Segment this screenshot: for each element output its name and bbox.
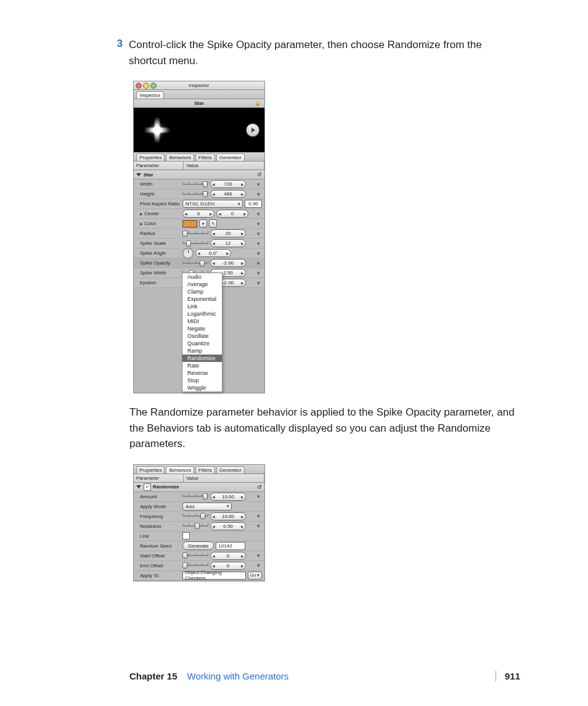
tab-behaviors[interactable]: Behaviors bbox=[166, 466, 194, 474]
context-menu[interactable]: Audio Average Clamp Exponential Link Log… bbox=[182, 273, 223, 392]
param-menu-icon[interactable]: ▾ bbox=[255, 279, 262, 286]
eyedropper-icon[interactable]: ✎ bbox=[209, 220, 217, 228]
lock-icon[interactable]: 🔒 bbox=[255, 101, 261, 106]
spikeopacity-slider[interactable] bbox=[182, 260, 208, 266]
param-randomseed-label: Random Seed bbox=[136, 543, 181, 549]
startoffset-field[interactable]: 0 bbox=[210, 552, 246, 560]
menu-item-average[interactable]: Average bbox=[182, 281, 222, 288]
footer-page: 911 bbox=[505, 671, 520, 681]
amount-field[interactable]: 10.00 bbox=[210, 493, 246, 501]
noisiness-slider[interactable] bbox=[182, 523, 208, 529]
param-spikeangle-label: Spike Angle bbox=[136, 250, 181, 256]
width-field[interactable]: 720 bbox=[210, 180, 246, 188]
param-menu-icon[interactable]: ▾ bbox=[255, 230, 262, 237]
tab-behaviors[interactable]: Behaviors bbox=[166, 154, 194, 161]
tab-generator[interactable]: Generator bbox=[216, 466, 245, 474]
param-menu-icon[interactable]: ▾ bbox=[255, 513, 262, 520]
menu-item-audio[interactable]: Audio bbox=[182, 273, 222, 281]
menu-item-quantize[interactable]: Quantize bbox=[182, 340, 222, 347]
menu-item-wriggle[interactable]: Wriggle bbox=[182, 384, 222, 392]
param-menu-icon[interactable]: ▾ bbox=[255, 181, 262, 187]
menu-item-negate[interactable]: Negate bbox=[182, 325, 222, 332]
close-icon[interactable] bbox=[136, 83, 142, 89]
menu-item-oscillate[interactable]: Oscillate bbox=[182, 332, 222, 340]
tab-properties[interactable]: Properties bbox=[136, 466, 165, 474]
spikeopacity-field[interactable]: -2.00 bbox=[210, 259, 246, 267]
reset-icon[interactable]: ↺ bbox=[257, 171, 262, 178]
param-menu-icon[interactable]: ▾ bbox=[255, 220, 262, 227]
menu-item-stop[interactable]: Stop bbox=[182, 377, 222, 384]
color-well[interactable] bbox=[182, 220, 197, 228]
minimize-icon[interactable] bbox=[143, 83, 149, 89]
menu-item-clamp[interactable]: Clamp bbox=[182, 288, 222, 295]
play-button[interactable] bbox=[246, 123, 259, 137]
spikescale-field[interactable]: 12 bbox=[210, 239, 246, 247]
group-star[interactable]: Star ↺ bbox=[134, 170, 264, 179]
menu-item-link[interactable]: Link bbox=[182, 303, 222, 310]
menu-item-rate[interactable]: Rate bbox=[182, 362, 222, 369]
par-dropdown[interactable]: NTSC D1/DV bbox=[182, 200, 243, 208]
reset-icon[interactable]: ↺ bbox=[257, 484, 262, 490]
tab-inspector[interactable]: Inspector bbox=[136, 91, 164, 99]
center-x-field[interactable]: 0 bbox=[182, 210, 214, 218]
radius-field[interactable]: 20 bbox=[210, 229, 246, 237]
spikescale-slider[interactable] bbox=[182, 240, 208, 247]
noisiness-field[interactable]: 0.50 bbox=[210, 522, 246, 530]
par-ratio-field[interactable]: 0.90 bbox=[245, 200, 262, 208]
param-menu-icon[interactable]: ▾ bbox=[255, 260, 262, 266]
param-applyto-label: Apply To bbox=[136, 573, 181, 578]
link-checkbox[interactable] bbox=[182, 532, 190, 540]
param-menu-icon[interactable]: ▾ bbox=[255, 250, 262, 257]
param-menu-icon[interactable]: ▾ bbox=[255, 269, 262, 276]
tab-generator[interactable]: Generator bbox=[216, 154, 245, 161]
tab-filters[interactable]: Filters bbox=[195, 466, 215, 474]
amount-slider[interactable] bbox=[182, 493, 208, 499]
param-menu-icon[interactable]: ▾ bbox=[255, 493, 262, 500]
go-button[interactable]: Go ▾ bbox=[248, 572, 262, 580]
frequency-slider[interactable] bbox=[182, 513, 208, 519]
col-parameter: Parameter bbox=[134, 162, 184, 170]
applyto-field[interactable]: Object.Changing Checkers. bbox=[182, 572, 246, 580]
param-link-label: Link bbox=[136, 533, 181, 539]
param-spikescale-label: Spike Scale bbox=[136, 240, 181, 246]
disclosure-icon[interactable] bbox=[136, 173, 141, 176]
endoffset-field[interactable]: 0 bbox=[210, 562, 246, 570]
tab-filters[interactable]: Filters bbox=[195, 154, 215, 161]
menu-item-exponential[interactable]: Exponential bbox=[182, 295, 222, 303]
center-y-field[interactable]: 0 bbox=[216, 210, 248, 218]
param-startoffset-label: Start Offset bbox=[136, 553, 181, 559]
param-menu-icon[interactable]: ▾ bbox=[255, 191, 262, 197]
footer-chapter: Chapter 15 bbox=[129, 671, 178, 681]
param-menu-icon[interactable]: ▾ bbox=[255, 240, 262, 247]
startoffset-slider[interactable] bbox=[182, 552, 208, 559]
menu-item-midi[interactable]: MIDI bbox=[182, 318, 222, 325]
group-randomize[interactable]: ✓ Randomize ↺ bbox=[134, 483, 264, 492]
zoom-icon[interactable] bbox=[150, 83, 157, 89]
footer-title: Working with Generators bbox=[187, 671, 289, 681]
disclosure-icon[interactable] bbox=[136, 485, 141, 488]
spikeangle-field[interactable]: 0.0° bbox=[195, 249, 231, 257]
menu-item-reverse[interactable]: Reverse bbox=[182, 369, 222, 377]
seed-field[interactable]: 10142 bbox=[216, 542, 245, 550]
spikeangle-dial[interactable] bbox=[182, 248, 194, 259]
height-field[interactable]: 486 bbox=[210, 190, 246, 198]
generate-button[interactable]: Generate bbox=[182, 541, 214, 550]
param-color-label[interactable]: Color bbox=[136, 221, 181, 226]
tab-properties[interactable]: Properties bbox=[136, 154, 165, 161]
height-slider[interactable] bbox=[182, 191, 208, 197]
width-slider[interactable] bbox=[182, 181, 208, 187]
menu-item-ramp[interactable]: Ramp bbox=[182, 347, 222, 355]
frequency-field[interactable]: 10.00 bbox=[210, 512, 246, 520]
param-menu-icon[interactable]: ▾ bbox=[255, 523, 262, 530]
menu-item-randomize[interactable]: Randomize bbox=[182, 355, 222, 362]
param-menu-icon[interactable]: ▾ bbox=[255, 552, 262, 559]
param-menu-icon[interactable]: ▾ bbox=[255, 210, 262, 217]
param-menu-icon[interactable]: ▾ bbox=[255, 562, 262, 569]
color-popup-icon[interactable]: ▾ bbox=[199, 220, 207, 228]
applymode-dropdown[interactable]: Add bbox=[182, 503, 232, 511]
endoffset-slider[interactable] bbox=[182, 562, 208, 568]
param-center-label[interactable]: Center bbox=[136, 211, 181, 216]
radius-slider[interactable] bbox=[182, 231, 208, 237]
enable-checkbox[interactable]: ✓ bbox=[144, 483, 151, 491]
menu-item-logarithmic[interactable]: Logarithmic bbox=[182, 310, 222, 318]
